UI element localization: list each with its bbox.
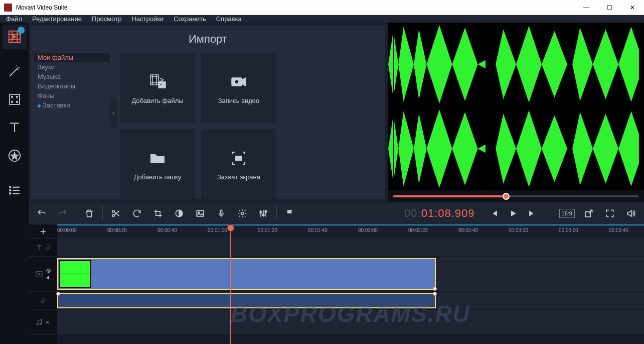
detach-button[interactable]	[580, 204, 598, 222]
svg-point-34	[37, 323, 38, 325]
star-circle-icon	[7, 148, 22, 163]
delete-button[interactable]	[80, 204, 98, 222]
track-head-audio-link[interactable]	[29, 292, 57, 310]
svg-rect-24	[220, 210, 222, 214]
eye-icon[interactable]	[46, 268, 52, 274]
undo-button[interactable]	[33, 204, 51, 222]
settings-button[interactable]	[233, 204, 251, 222]
track-audio[interactable]	[57, 292, 644, 310]
collapse-sidebar-button[interactable]: ‹	[110, 97, 117, 128]
progress-fill	[393, 195, 506, 197]
sliders-icon	[258, 208, 268, 218]
video-clip[interactable]	[57, 258, 436, 290]
tool-more[interactable]	[3, 178, 27, 202]
progress-knob-icon[interactable]	[503, 193, 510, 200]
aspect-ratio-button[interactable]: 16:9	[559, 209, 575, 218]
tool-wand[interactable]	[3, 59, 27, 83]
timeline-ruler[interactable]: 00:00:0000:00:2000:00:4000:01:0000:01:20…	[57, 224, 644, 239]
tile-add-folder[interactable]: Добавить папку	[120, 129, 195, 199]
svg-rect-12	[150, 75, 158, 85]
svg-point-5	[11, 101, 13, 103]
marker-button[interactable]	[281, 204, 299, 222]
titlebar: Movavi Video Suite — ☐ ✕	[0, 0, 644, 15]
playhead[interactable]	[230, 224, 231, 344]
separator	[5, 173, 25, 173]
speaker-icon[interactable]	[46, 275, 52, 281]
track-text[interactable]	[57, 239, 644, 257]
clip-handle[interactable]	[433, 287, 437, 291]
tile-add-files[interactable]: Добавить файлы	[120, 53, 195, 123]
maximize-button[interactable]: ☐	[598, 0, 621, 15]
track-music[interactable]	[57, 310, 644, 335]
close-button[interactable]: ✕	[621, 0, 644, 15]
rotate-button[interactable]	[128, 204, 146, 222]
equalizer-button[interactable]	[254, 204, 272, 222]
menu-help[interactable]: Справка	[216, 15, 242, 23]
cut-button[interactable]	[107, 204, 125, 222]
playback-slider[interactable]	[393, 195, 639, 197]
redo-button[interactable]	[54, 204, 72, 222]
clip-handle[interactable]	[433, 292, 437, 296]
contrast-icon	[174, 208, 184, 218]
speaker-icon[interactable]	[45, 319, 51, 325]
tool-import[interactable]	[3, 25, 27, 49]
import-title: Импорт	[31, 26, 385, 51]
svg-rect-2	[10, 94, 20, 104]
track-head-music[interactable]	[29, 310, 57, 335]
redo-icon	[58, 208, 68, 218]
menubar: Файл Редактирование Просмотр Настройки С…	[0, 15, 644, 23]
ruler-tick: 00:03:00	[509, 227, 528, 233]
track-video[interactable]	[57, 257, 644, 292]
svg-point-35	[40, 323, 42, 324]
menu-edit[interactable]: Редактирование	[32, 15, 82, 23]
tile-screen-capture-label: Захват экрана	[217, 173, 260, 181]
cat-sounds[interactable]: Звуки	[34, 62, 110, 72]
divider	[276, 206, 277, 220]
music-track-icon	[35, 318, 43, 326]
menu-settings[interactable]: Настройки	[131, 15, 164, 23]
next-button[interactable]	[523, 204, 541, 222]
prev-icon	[489, 208, 499, 218]
ruler-tick: 00:02:40	[458, 227, 478, 233]
play-button[interactable]	[504, 204, 522, 222]
tool-stickers[interactable]	[3, 144, 27, 168]
add-track-button[interactable]	[29, 224, 57, 239]
ruler-tick: 00:00:00	[57, 227, 77, 233]
cat-intros[interactable]: Заставки	[34, 100, 110, 110]
volume-button[interactable]	[622, 204, 640, 222]
image-button[interactable]	[191, 204, 209, 222]
cat-backgrounds[interactable]: Фоны	[34, 91, 110, 100]
notification-badge-icon	[18, 27, 25, 34]
minimize-button[interactable]: —	[575, 0, 598, 15]
menu-view[interactable]: Просмотр	[92, 15, 121, 23]
cat-videoclips[interactable]: Видеоклипы	[34, 81, 110, 91]
svg-rect-18	[236, 156, 242, 160]
clip-handle[interactable]	[56, 292, 60, 296]
fullscreen-button[interactable]	[601, 204, 619, 222]
svg-marker-1	[13, 36, 16, 38]
crop-icon	[153, 208, 163, 218]
timecode-main: 01:08.909	[421, 207, 475, 219]
crop-button[interactable]	[149, 204, 167, 222]
svg-marker-29	[511, 210, 516, 216]
color-button[interactable]	[170, 204, 188, 222]
tool-text[interactable]	[3, 116, 27, 140]
import-panel: Импорт Мои файлы Звуки Музыка Видеоклипы…	[31, 26, 385, 199]
svg-point-14	[160, 83, 162, 85]
tile-record-video[interactable]: Запись видео	[201, 53, 276, 123]
menu-save[interactable]: Сохранить	[174, 15, 206, 23]
mic-button[interactable]	[212, 204, 230, 222]
track-head-video[interactable]	[29, 257, 57, 292]
track-head-text[interactable]	[29, 239, 57, 257]
timeline: 00:00:0000:00:2000:00:4000:01:0000:01:20…	[29, 224, 644, 344]
cat-music[interactable]: Музыка	[34, 72, 110, 81]
cat-my-files[interactable]: Мои файлы	[34, 53, 110, 62]
menu-file[interactable]: Файл	[6, 15, 22, 23]
ruler-tick: 00:01:40	[308, 227, 328, 233]
prev-button[interactable]	[485, 204, 503, 222]
tool-filters[interactable]	[3, 87, 27, 111]
audio-clip[interactable]	[57, 293, 436, 308]
svg-rect-26	[260, 212, 261, 213]
svg-point-6	[16, 101, 18, 103]
tile-screen-capture[interactable]: Захват экрана	[201, 129, 276, 199]
